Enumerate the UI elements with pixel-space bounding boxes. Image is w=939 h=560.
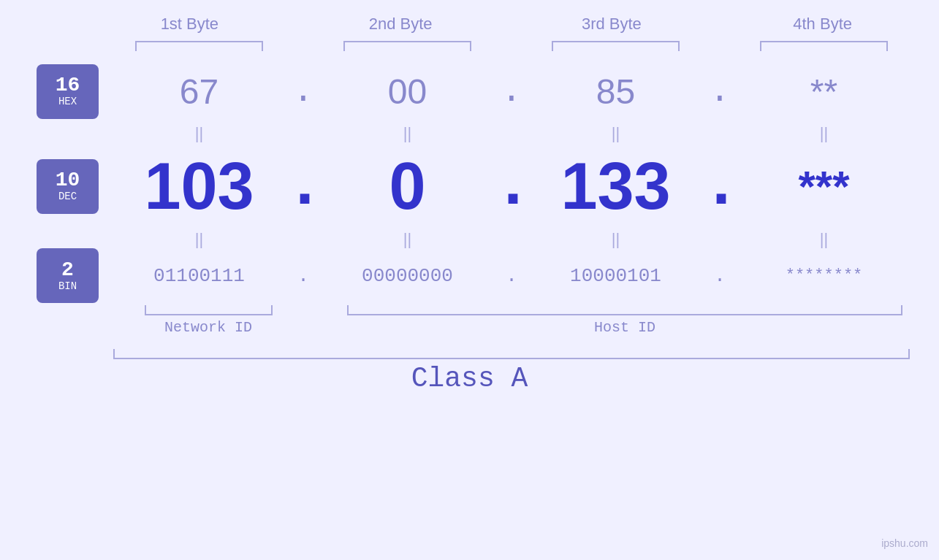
hex-byte-3: 85 (530, 72, 702, 112)
main-container: 1st Byte 2nd Byte 3rd Byte 4th Byte 16 H… (0, 0, 939, 560)
hex-values: 67 . 00 . 85 . ** (113, 72, 910, 112)
eq-5: || (113, 230, 285, 249)
bin-byte-2: 00000000 (322, 265, 493, 287)
hex-byte-1: 67 (113, 72, 285, 112)
host-bracket-wrap (340, 305, 910, 315)
bin-byte-1: 01100111 (113, 265, 285, 287)
hex-dot-3: . (702, 72, 738, 111)
byte-header-4: 4th Byte (735, 15, 910, 34)
class-label: Class A (0, 363, 939, 394)
dec-dot-2: . (493, 149, 530, 223)
bin-dot-1: . (285, 265, 322, 287)
eq-1: || (113, 124, 285, 143)
eq-6: || (322, 230, 493, 249)
eq-7: || (530, 230, 702, 249)
bin-dot-3: . (702, 265, 738, 287)
host-id-label: Host ID (340, 319, 910, 336)
network-id-label: Network ID (113, 319, 303, 336)
top-brackets (113, 41, 910, 51)
bracket-4 (760, 41, 888, 51)
dec-badge: 10 DEC (37, 159, 99, 214)
bottom-brackets (113, 305, 910, 315)
bin-row: 2 BIN 01100111 . 00000000 . 10000101 . *… (37, 252, 910, 299)
bin-dot-2: . (493, 265, 530, 287)
byte-header-3: 3rd Byte (525, 15, 699, 34)
byte-header-2: 2nd Byte (313, 15, 488, 34)
class-bracket-container (113, 349, 910, 359)
eq-3: || (530, 124, 702, 143)
dec-dot-3: . (702, 149, 738, 223)
network-bracket (145, 305, 273, 315)
bracket-3 (552, 41, 680, 51)
bin-byte-4: ******** (738, 266, 910, 285)
hex-dot-2: . (493, 72, 530, 111)
dec-values: 103 . 0 . 133 . *** (113, 149, 910, 224)
hex-badge: 16 HEX (37, 64, 99, 119)
eq-8: || (738, 230, 910, 249)
class-bracket-line (113, 349, 910, 359)
dec-byte-4: *** (738, 161, 910, 212)
dec-byte-3: 133 (530, 149, 702, 224)
equals-row-1: || || || || (113, 120, 910, 146)
bin-badge: 2 BIN (37, 248, 99, 303)
labels-row: Network ID Host ID (113, 319, 910, 336)
hex-dot-1: . (285, 72, 322, 111)
bin-byte-3: 10000101 (530, 265, 702, 287)
byte-header-1: 1st Byte (102, 15, 277, 34)
byte-headers: 1st Byte 2nd Byte 3rd Byte 4th Byte (102, 15, 910, 34)
bracket-2 (343, 41, 471, 51)
eq-4: || (738, 124, 910, 143)
hex-row: 16 HEX 67 . 00 . 85 . ** (37, 62, 910, 120)
equals-row-2: || || || || (113, 226, 910, 252)
host-bracket (347, 305, 902, 315)
dec-dot-1: . (285, 149, 322, 223)
dec-byte-1: 103 (113, 149, 285, 224)
hex-byte-2: 00 (322, 72, 493, 112)
bin-values: 01100111 . 00000000 . 10000101 . *******… (113, 265, 910, 287)
eq-2: || (322, 124, 493, 143)
hex-byte-4: ** (738, 72, 910, 112)
bracket-1 (135, 41, 263, 51)
dec-row: 10 DEC 103 . 0 . 133 . *** (37, 146, 910, 226)
dec-byte-2: 0 (322, 149, 493, 224)
network-bracket-wrap (113, 305, 303, 315)
watermark: ipshu.com (881, 537, 928, 549)
